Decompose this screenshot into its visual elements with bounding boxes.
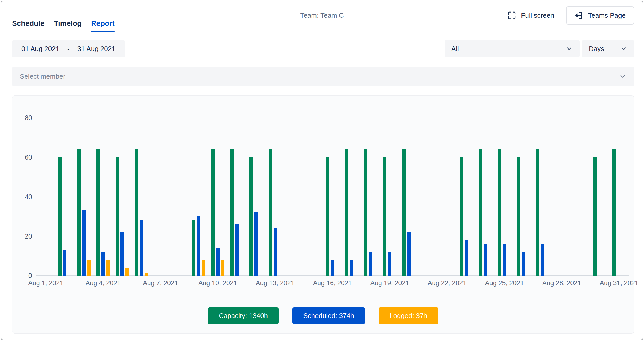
bar-group xyxy=(552,118,571,276)
bar-scheduled xyxy=(522,252,525,276)
granularity-dropdown[interactable]: Days xyxy=(582,40,634,57)
chart-plot-area xyxy=(36,118,629,276)
bar-group xyxy=(36,118,55,276)
date-separator: - xyxy=(67,45,70,53)
teams-page-button[interactable]: Teams Page xyxy=(566,6,634,25)
bar-capacity xyxy=(460,157,463,276)
chart-y-axis: 020406080 xyxy=(12,118,32,276)
bar-group xyxy=(285,118,304,276)
bar-logged xyxy=(87,260,91,276)
bar-group xyxy=(571,118,590,276)
bar-capacity xyxy=(612,149,616,276)
x-tick-label: Aug 7, 2021 xyxy=(143,279,178,287)
bar-scheduled xyxy=(331,260,334,276)
bar-group xyxy=(265,118,284,276)
filter-all-value: All xyxy=(451,45,459,53)
exit-to-teams-icon xyxy=(574,11,583,20)
bar-capacity xyxy=(498,149,501,276)
bar-group xyxy=(418,118,438,276)
y-tick-label: 40 xyxy=(25,193,32,200)
filter-dropdown-all[interactable]: All xyxy=(445,40,580,57)
x-tick-label: Aug 4, 2021 xyxy=(86,279,121,287)
x-tick-label: Aug 1, 2021 xyxy=(28,279,63,287)
bar-capacity xyxy=(269,149,272,276)
bar-group xyxy=(590,118,609,276)
bar-capacity xyxy=(58,157,62,276)
bar-scheduled xyxy=(369,252,372,276)
bar-group xyxy=(361,118,380,276)
legend-scheduled-badge[interactable]: Scheduled: 374h xyxy=(292,307,365,324)
chevron-down-icon xyxy=(619,73,626,80)
bar-group xyxy=(514,118,533,276)
fullscreen-button[interactable]: Full screen xyxy=(507,11,554,20)
bar-group xyxy=(380,118,399,276)
y-tick-label: 20 xyxy=(25,232,32,240)
bar-group xyxy=(457,118,476,276)
bar-group xyxy=(246,118,265,276)
bar-scheduled xyxy=(407,232,411,276)
bar-scheduled xyxy=(388,252,391,276)
report-chart-card: 020406080 Aug 1, 2021Aug 4, 2021Aug 7, 2… xyxy=(12,95,634,334)
team-label: Team: Team C xyxy=(300,11,344,20)
x-tick-label: Aug 10, 2021 xyxy=(198,279,237,287)
x-tick-label: Aug 28, 2021 xyxy=(542,279,581,287)
bar-capacity xyxy=(402,149,406,276)
bar-scheduled xyxy=(140,220,143,276)
bar-scheduled xyxy=(541,244,544,276)
bar-group xyxy=(75,118,94,276)
tab-schedule[interactable]: Schedule xyxy=(12,19,44,32)
bar-scheduled xyxy=(350,260,353,276)
x-tick-label: Aug 13, 2021 xyxy=(256,279,295,287)
x-tick-label: Aug 25, 2021 xyxy=(485,279,524,287)
app-window: Schedule Timelog Report Team: Team C Ful… xyxy=(1,1,643,340)
x-tick-label: Aug 16, 2021 xyxy=(313,279,352,287)
bar-capacity xyxy=(364,149,367,276)
bar-group xyxy=(208,118,227,276)
bar-capacity xyxy=(517,157,520,276)
topbar-actions: Full screen Teams Page xyxy=(507,6,634,25)
x-tick-label: Aug 19, 2021 xyxy=(370,279,409,287)
legend-logged-badge[interactable]: Logged: 37h xyxy=(379,307,438,324)
fullscreen-label: Full screen xyxy=(521,11,554,20)
member-select[interactable]: Select member xyxy=(12,67,634,86)
bar-capacity xyxy=(345,149,348,276)
bar-scheduled xyxy=(254,212,258,276)
bar-group xyxy=(94,118,113,276)
bar-group xyxy=(533,118,552,276)
bar-group xyxy=(132,118,151,276)
bar-scheduled xyxy=(465,240,468,276)
bar-group xyxy=(227,118,246,276)
bar-group xyxy=(304,118,323,276)
date-to: 31 Aug 2021 xyxy=(77,45,116,53)
bar-group xyxy=(189,118,208,276)
x-tick-label: Aug 22, 2021 xyxy=(428,279,466,287)
bar-scheduled xyxy=(484,244,487,276)
tab-timelog[interactable]: Timelog xyxy=(54,19,82,32)
bar-logged xyxy=(221,260,224,276)
member-select-placeholder: Select member xyxy=(20,72,65,81)
bar-capacity xyxy=(135,149,138,276)
date-range-picker[interactable]: 01 Aug 2021 - 31 Aug 2021 xyxy=(12,40,125,57)
chart-legend: Capacity: 1340hScheduled: 374hLogged: 37… xyxy=(12,307,634,324)
bar-logged xyxy=(202,260,205,276)
date-from: 01 Aug 2021 xyxy=(21,45,59,53)
x-tick-label: Aug 31, 2021 xyxy=(600,279,639,287)
bar-scheduled xyxy=(63,250,66,276)
legend-capacity-badge[interactable]: Capacity: 1340h xyxy=(208,307,279,324)
fullscreen-icon xyxy=(507,11,516,20)
granularity-value: Days xyxy=(589,45,604,53)
tab-report[interactable]: Report xyxy=(91,19,114,32)
bar-scheduled xyxy=(216,248,220,276)
bar-capacity xyxy=(230,149,234,276)
bar-group xyxy=(323,118,342,276)
bar-capacity xyxy=(249,157,253,276)
bar-capacity xyxy=(536,149,539,276)
bar-group xyxy=(151,118,170,276)
bar-scheduled xyxy=(235,224,239,276)
bar-logged xyxy=(106,260,110,276)
bar-group xyxy=(342,118,361,276)
bar-scheduled xyxy=(101,252,105,276)
bar-scheduled xyxy=(82,210,86,276)
bar-capacity xyxy=(326,157,329,276)
bar-logged xyxy=(125,268,129,276)
